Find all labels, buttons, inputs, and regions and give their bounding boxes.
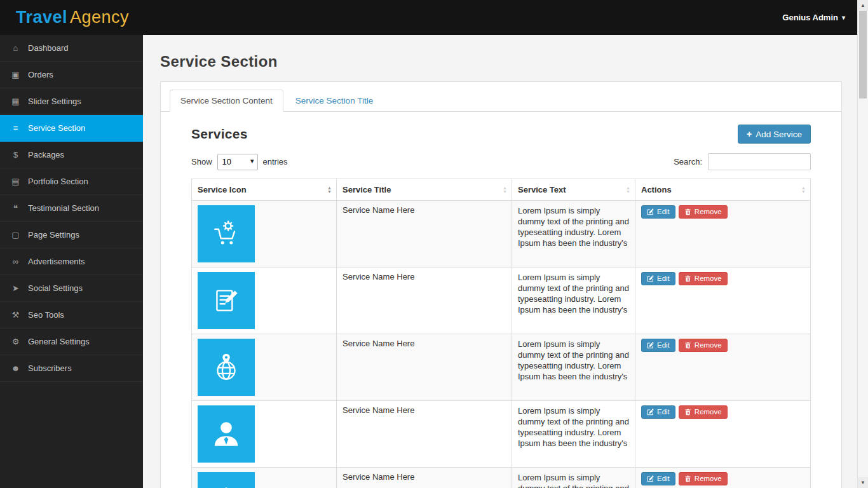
user-menu[interactable]: Genius Admin ▾ (782, 13, 845, 22)
tab-service-section-title[interactable]: Service Section Title (285, 90, 384, 112)
content-card: Service Section Content Service Section … (160, 81, 842, 488)
table-row: Service Name Here Lorem Ipsum is simply … (192, 401, 811, 468)
vertical-scrollbar[interactable]: ▲ ▼ (857, 0, 868, 488)
sidebar-item-portfolio-section[interactable]: ▤ Portfolio Section (0, 168, 143, 195)
trash-icon (684, 208, 691, 215)
edit-button[interactable]: Edit (641, 405, 675, 419)
sort-icon[interactable]: ▲▼ (327, 186, 332, 194)
page-title: Service Section (160, 53, 842, 71)
sort-icon[interactable]: ▲▼ (626, 186, 630, 194)
trash-icon (684, 342, 691, 349)
show-entries: Show 10 entries (191, 154, 288, 170)
sidebar-item-advertisements[interactable]: ∞ Advertisements (0, 248, 143, 275)
sidebar-item-service-section[interactable]: ≡ Service Section (0, 115, 143, 142)
service-title: Service Name Here (342, 405, 414, 415)
edit-pencil-icon (647, 342, 654, 349)
service-text-cell: Lorem Ipsum is simply dummy text of the … (512, 334, 635, 401)
sidebar-item-packages[interactable]: $ Packages (0, 142, 143, 168)
sidebar-item-label: Slider Settings (28, 97, 81, 106)
sidebar-item-label: Social Settings (28, 283, 83, 293)
cart-gear-icon (198, 205, 255, 262)
remove-button[interactable]: Remove (679, 272, 728, 285)
service-title-cell: Service Name Here (337, 334, 512, 401)
portfolio-icon: ▤ (10, 177, 21, 186)
service-title: Service Name Here (342, 272, 414, 281)
scroll-up-icon[interactable]: ▲ (858, 0, 868, 11)
page-size-select-wrap: 10 (217, 154, 258, 170)
sidebar-item-label: Advertisements (28, 257, 85, 266)
plus-icon: + (747, 129, 752, 139)
edit-button[interactable]: Edit (641, 339, 675, 352)
sidebar: ⌂ Dashboard ▣ Orders ▦ Slider Settings ≡… (0, 35, 143, 488)
sidebar-item-subscribers[interactable]: ☻ Subscribers (0, 355, 143, 382)
top-bar: TravelAgency Genius Admin ▾ (0, 0, 868, 35)
user-menu-label: Genius Admin (782, 13, 838, 22)
service-text-cell: Lorem Ipsum is simply dummy text of the … (512, 201, 635, 268)
sidebar-item-label: Portfolio Section (28, 177, 88, 186)
add-service-label: Add Service (756, 130, 802, 139)
sidebar-item-seo-tools[interactable]: ⚒ Seo Tools (0, 302, 143, 329)
service-title-cell: Service Name Here (337, 201, 512, 268)
sidebar-item-dashboard[interactable]: ⌂ Dashboard (0, 35, 143, 62)
table-row: Service Name Here Lorem Ipsum is simply … (192, 468, 811, 488)
sidebar-item-testimonial-section[interactable]: ❝ Testimonial Section (0, 195, 143, 222)
sidebar-item-general-settings[interactable]: ⚙ General Settings (0, 329, 143, 355)
table-controls: Show 10 entries Search: (191, 153, 811, 170)
service-text: Lorem Ipsum is simply dummy text of the … (518, 272, 629, 315)
sidebar-item-social-settings[interactable]: ➤ Social Settings (0, 275, 143, 302)
actions-cell: Edit Remove (635, 401, 811, 468)
scroll-down-icon[interactable]: ▼ (858, 477, 868, 488)
notepad-pencil-icon (198, 272, 255, 329)
brand-secondary: Agency (70, 8, 129, 27)
sidebar-item-label: Orders (28, 70, 53, 79)
column-header-service-icon[interactable]: Service Icon ▲▼ (192, 179, 337, 201)
remove-button[interactable]: Remove (679, 405, 728, 419)
column-header-service-text[interactable]: Service Text ▲▼ (512, 179, 635, 201)
dollar-icon: $ (10, 150, 21, 159)
trash-icon (684, 475, 691, 482)
sidebar-item-label: Page Settings (28, 230, 79, 240)
service-text: Lorem Ipsum is simply dummy text of the … (518, 205, 629, 248)
service-icon-cell (192, 468, 337, 488)
brand-logo[interactable]: TravelAgency (16, 8, 129, 27)
scrollbar-thumb[interactable] (859, 11, 867, 98)
sort-icon[interactable]: ▲▼ (801, 186, 806, 194)
service-text: Lorem Ipsum is simply dummy text of the … (518, 472, 629, 488)
service-icon-cell (192, 268, 337, 334)
image-icon: ▦ (10, 97, 21, 106)
link-icon: ∞ (10, 257, 21, 266)
edit-button[interactable]: Edit (641, 272, 675, 285)
sidebar-item-page-settings[interactable]: ▢ Page Settings (0, 222, 143, 248)
actions-cell: Edit Remove (635, 268, 811, 334)
wrench-icon: ⚒ (10, 310, 21, 320)
sidebar-item-label: Packages (28, 150, 64, 159)
remove-button[interactable]: Remove (679, 339, 728, 352)
trash-icon (684, 275, 691, 282)
table-row: Service Name Here Lorem Ipsum is simply … (192, 334, 811, 401)
sidebar-item-orders[interactable]: ▣ Orders (0, 62, 143, 88)
table-row: Service Name Here Lorem Ipsum is simply … (192, 201, 811, 268)
sidebar-item-slider-settings[interactable]: ▦ Slider Settings (0, 88, 143, 115)
users-icon: ☻ (10, 363, 21, 373)
sort-icon[interactable]: ▲▼ (503, 186, 507, 194)
service-text: Lorem Ipsum is simply dummy text of the … (518, 405, 629, 449)
remove-button[interactable]: Remove (679, 205, 728, 219)
edit-button[interactable]: Edit (641, 205, 675, 219)
edit-pencil-icon (647, 409, 654, 416)
sidebar-item-label: Service Section (28, 123, 85, 133)
actions-cell: Edit Remove (635, 201, 811, 268)
service-title-cell: Service Name Here (337, 401, 512, 468)
quote-icon: ❝ (10, 203, 21, 213)
tab-service-section-content[interactable]: Service Section Content (170, 90, 283, 112)
file-icon: ▢ (10, 230, 21, 240)
edit-button[interactable]: Edit (641, 472, 675, 485)
services-table: Service Icon ▲▼ Service Title ▲▼ Service… (191, 179, 811, 488)
add-service-button[interactable]: + Add Service (738, 125, 811, 144)
column-header-actions[interactable]: Actions ▲▼ (635, 179, 811, 201)
search-input[interactable] (708, 153, 811, 170)
column-header-service-title[interactable]: Service Title ▲▼ (337, 179, 512, 201)
edit-pencil-icon (647, 275, 654, 282)
remove-button[interactable]: Remove (679, 472, 728, 485)
page-size-select[interactable]: 10 (217, 154, 258, 170)
edit-pencil-icon (647, 208, 654, 215)
